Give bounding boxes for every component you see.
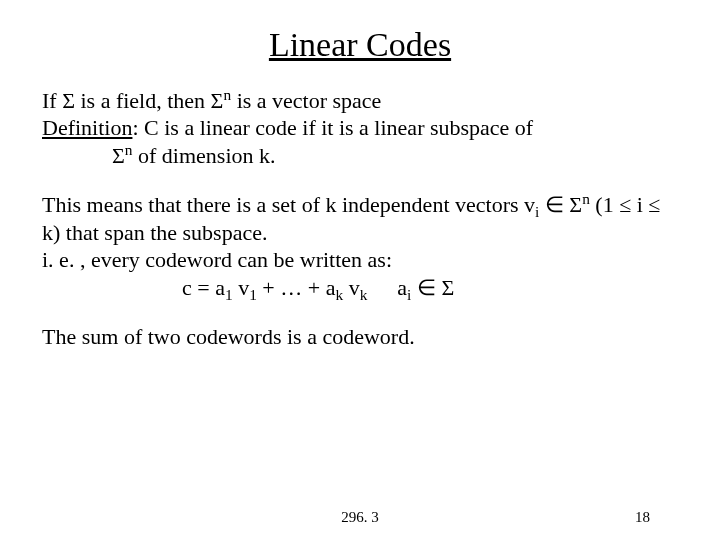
superscript-n: n: [223, 85, 231, 102]
sigma-symbol: Σ: [211, 88, 224, 113]
indent: Σn of dimension k.: [42, 143, 276, 168]
element-of-symbol: ∈: [545, 192, 564, 217]
text: i: [631, 192, 648, 217]
subscript-1: 1: [225, 286, 233, 303]
text: a: [397, 275, 407, 300]
sigma-symbol: Σ: [441, 275, 454, 300]
text: + … + a: [257, 275, 336, 300]
text: : C is a linear code if it is a linear s…: [132, 115, 533, 140]
text: (1: [590, 192, 619, 217]
sigma-symbol: Σ: [569, 192, 582, 217]
subscript-k: k: [360, 286, 368, 303]
sigma-symbol: Σ: [112, 143, 125, 168]
subscript-1: 1: [249, 286, 257, 303]
text: of dimension k.: [133, 143, 276, 168]
text: If: [42, 88, 62, 113]
subscript-k: k: [335, 286, 343, 303]
text: v: [343, 275, 360, 300]
footer-page-number: 18: [635, 508, 650, 527]
text: This means that there is a set of k inde…: [42, 192, 535, 217]
text: ∈: [411, 275, 441, 300]
sigma-symbol: Σ: [62, 88, 75, 113]
equation: c = a1 v1 + … + ak vkai ∈ Σ: [42, 274, 454, 302]
text: i. e. , every codeword can be written as…: [42, 247, 392, 272]
text: v: [233, 275, 250, 300]
slide-title: Linear Codes: [42, 24, 678, 67]
text: is a field, then: [75, 88, 211, 113]
footer-course-number: 296. 3: [0, 508, 720, 527]
superscript-n: n: [582, 190, 590, 207]
text: is a vector space: [231, 88, 381, 113]
closure-statement: The sum of two codewords is a codeword.: [42, 323, 678, 351]
superscript-n: n: [125, 140, 133, 157]
le-symbol: ≤: [648, 192, 660, 217]
text: k) that span the subspace.: [42, 220, 267, 245]
slide: Linear Codes If Σ is a field, then Σn is…: [0, 0, 720, 351]
explanation-block: This means that there is a set of k inde…: [42, 191, 678, 301]
definition-block: If Σ is a field, then Σn is a vector spa…: [42, 87, 678, 170]
definition-label: Definition: [42, 115, 132, 140]
le-symbol: ≤: [619, 192, 631, 217]
text: c = a: [182, 275, 225, 300]
